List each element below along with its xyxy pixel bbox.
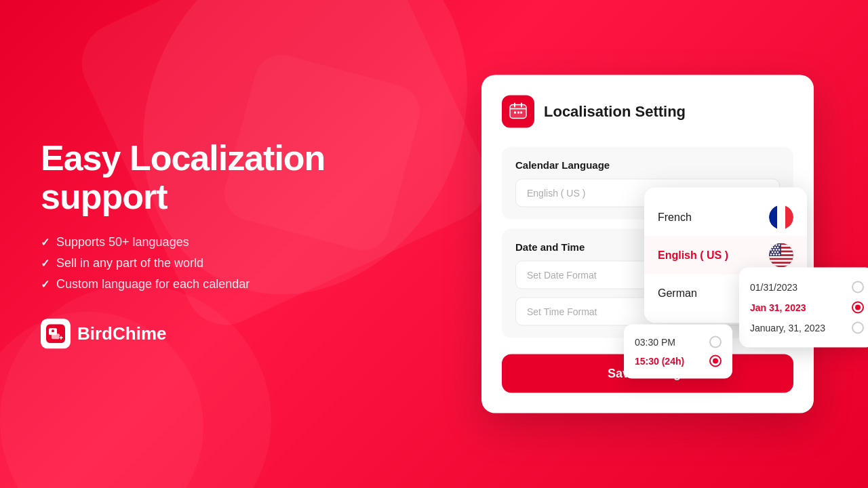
svg-rect-14	[777, 205, 785, 230]
date-value-1: 01/31/2023	[750, 282, 797, 293]
calendar-icon	[509, 102, 528, 121]
lang-name-english: English ( US )	[658, 249, 728, 262]
card-header: Localisation Setting	[502, 96, 793, 128]
svg-rect-2	[52, 334, 60, 340]
time-radio-1[interactable]	[709, 336, 722, 348]
time-option-1[interactable]: 03:30 PM	[635, 333, 722, 352]
date-option-3[interactable]: January, 31, 2023	[750, 318, 864, 338]
svg-rect-23	[769, 264, 793, 266]
svg-rect-8	[517, 112, 519, 114]
time-value-2: 15:30 (24h)	[635, 356, 684, 367]
feature-item-3: ✓ Custom language for each calendar	[41, 278, 339, 292]
date-value-3: January, 31, 2023	[750, 323, 825, 333]
check-icon-1: ✓	[41, 237, 50, 249]
svg-rect-15	[785, 205, 793, 230]
svg-rect-22	[769, 260, 793, 262]
feature-item-1: ✓ Supports 50+ languages	[41, 236, 339, 250]
svg-point-34	[776, 249, 778, 251]
brand-logo-icon	[46, 325, 65, 344]
svg-point-33	[773, 249, 775, 251]
flag-french	[769, 205, 793, 230]
feature-item-2: ✓ Sell in any part of the world	[41, 257, 339, 271]
date-format-dropdown: 01/31/2023 Jan 31, 2023 January, 31, 202…	[739, 268, 868, 348]
svg-rect-9	[520, 112, 522, 114]
svg-point-30	[774, 247, 776, 249]
svg-point-37	[774, 251, 776, 253]
time-value-1: 03:30 PM	[635, 337, 675, 348]
language-value: English ( US )	[527, 188, 585, 199]
date-value-2: Jan 31, 2023	[750, 302, 806, 313]
svg-point-26	[773, 244, 775, 246]
language-label: Calendar Language	[515, 159, 780, 171]
svg-point-29	[772, 247, 774, 249]
date-radio-1[interactable]	[852, 281, 864, 293]
date-radio-2[interactable]	[852, 302, 864, 314]
svg-point-40	[773, 253, 775, 256]
lang-name-german: German	[658, 287, 697, 300]
card-title: Localisation Setting	[544, 103, 686, 121]
brand: BirdChime	[41, 319, 339, 349]
feature-list: ✓ Supports 50+ languages ✓ Sell in any p…	[41, 236, 339, 292]
brand-name: BirdChime	[77, 323, 166, 344]
left-panel: Easy Localization support ✓ Supports 50+…	[41, 139, 339, 348]
check-icon-3: ✓	[41, 279, 50, 291]
main-card: Localisation Setting Calendar Language E…	[481, 75, 814, 413]
svg-point-41	[776, 253, 778, 256]
svg-point-38	[777, 251, 779, 253]
time-format-dropdown: 03:30 PM 15:30 (24h)	[624, 325, 732, 379]
svg-point-32	[770, 249, 772, 251]
svg-point-25	[770, 244, 772, 246]
svg-point-36	[772, 251, 774, 253]
svg-rect-13	[769, 205, 777, 230]
lang-item-french[interactable]: French	[644, 199, 807, 237]
date-option-2[interactable]: Jan 31, 2023	[750, 298, 864, 318]
date-radio-3[interactable]	[852, 322, 864, 334]
date-format-value: Set Date Format	[527, 270, 597, 281]
svg-point-39	[770, 253, 772, 256]
language-section: Calendar Language English ( US ) ▾ Frenc…	[502, 147, 793, 220]
date-option-1[interactable]: 01/31/2023	[750, 277, 864, 298]
svg-point-31	[777, 247, 779, 249]
svg-point-42	[778, 253, 781, 256]
time-radio-2[interactable]	[709, 355, 722, 367]
svg-point-28	[778, 244, 781, 246]
header-icon	[502, 96, 534, 128]
svg-rect-7	[514, 112, 516, 114]
time-option-2[interactable]: 15:30 (24h)	[635, 352, 722, 371]
main-heading: Easy Localization support	[41, 139, 339, 216]
brand-logo	[41, 319, 71, 349]
lang-name-french: French	[658, 211, 692, 224]
flag-us	[769, 243, 793, 268]
svg-point-35	[778, 249, 781, 251]
svg-rect-21	[769, 256, 793, 258]
svg-point-27	[776, 244, 778, 246]
svg-point-3	[52, 330, 54, 333]
check-icon-2: ✓	[41, 258, 50, 270]
time-format-value: Set Time Format	[527, 306, 597, 317]
